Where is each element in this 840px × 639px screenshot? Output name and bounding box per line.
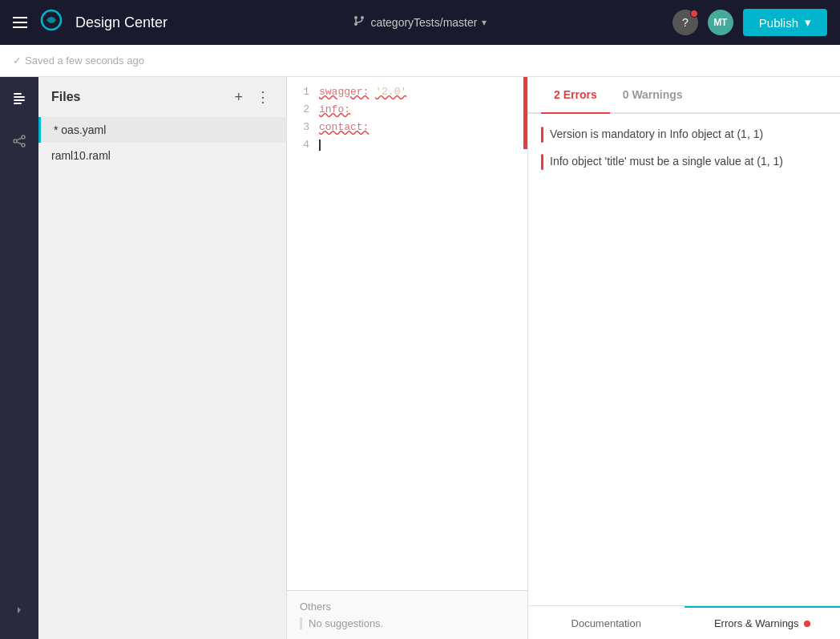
svg-point-10 xyxy=(22,135,25,139)
file-name-raml: raml10.raml xyxy=(51,149,111,162)
svg-rect-6 xyxy=(14,96,25,98)
svg-point-2 xyxy=(361,16,364,19)
svg-line-13 xyxy=(17,142,22,144)
logo-icon xyxy=(40,9,63,36)
notification-dot xyxy=(690,10,698,18)
files-title: Files xyxy=(51,90,80,104)
branch-selector[interactable]: categoryTests/master ▾ xyxy=(177,14,663,30)
publish-button[interactable]: Publish ▾ xyxy=(743,9,827,36)
line-number-2: 2 xyxy=(287,101,319,119)
branch-name: categoryTests/master xyxy=(370,16,477,29)
app-title: Design Center xyxy=(75,14,168,31)
file-item-raml[interactable]: raml10.raml xyxy=(38,143,286,168)
error-item-2: Info object 'title' must be a single val… xyxy=(541,154,827,170)
svg-point-11 xyxy=(22,144,25,147)
navbar: Design Center categoryTests/master ▾ ? M… xyxy=(0,0,840,45)
editor-area[interactable]: 1 swagger: '2.0' 2 info: 3 conta xyxy=(287,77,527,639)
svg-point-9 xyxy=(14,140,17,143)
code-value-swagger: '2.0' xyxy=(375,86,406,98)
errors-dot xyxy=(804,621,810,627)
sub-header: ✓ Saved a few seconds ago xyxy=(0,45,840,77)
help-button[interactable]: ? xyxy=(672,10,698,35)
file-panel-actions: + ⋮ xyxy=(231,87,273,107)
error-bar-left-1 xyxy=(541,127,543,143)
file-name-oas: * oas.yaml xyxy=(54,123,106,136)
publish-chevron-icon: ▾ xyxy=(805,15,811,30)
code-key-swagger: swagger: xyxy=(319,86,369,98)
code-line-2: 2 info: xyxy=(287,101,527,119)
tab-warnings[interactable]: 0 Warnings xyxy=(610,77,696,114)
file-item-oas[interactable]: * oas.yaml xyxy=(38,117,286,143)
svg-marker-14 xyxy=(18,607,21,613)
suggestions-panel: Others No suggestions. xyxy=(287,590,527,639)
line-number-3: 3 xyxy=(287,119,319,136)
line-content-1: swagger: '2.0' xyxy=(319,83,527,101)
code-line-4: 4 xyxy=(287,136,527,154)
svg-point-1 xyxy=(354,16,357,19)
error-bar-left-2 xyxy=(541,154,543,170)
check-icon: ✓ xyxy=(13,55,22,67)
code-key-info: info: xyxy=(319,103,350,115)
tab-errors[interactable]: 2 Errors xyxy=(541,77,610,114)
line-content-4 xyxy=(319,136,527,154)
sidebar-icon-graph[interactable] xyxy=(6,128,32,154)
avatar[interactable]: MT xyxy=(708,10,733,35)
svg-line-12 xyxy=(17,138,22,140)
file-list: * oas.yaml raml10.raml xyxy=(38,117,286,639)
svg-rect-5 xyxy=(14,93,22,95)
sidebar-icon-collapse[interactable] xyxy=(13,604,26,620)
bottom-tab-errors-warnings[interactable]: Errors & Warnings xyxy=(685,606,841,639)
right-panel-tabs: 2 Errors 0 Warnings xyxy=(528,77,840,114)
add-file-button[interactable]: + xyxy=(231,87,246,107)
svg-rect-7 xyxy=(14,99,25,101)
right-panel: 2 Errors 0 Warnings Version is mandatory… xyxy=(527,77,840,639)
error-item-1: Version is mandatory in Info object at (… xyxy=(541,127,827,143)
svg-rect-8 xyxy=(14,103,22,104)
suggestions-title: Others xyxy=(300,601,515,613)
code-line-3: 3 contact: xyxy=(287,119,527,136)
sidebar-icons xyxy=(0,77,38,639)
line-number-4: 4 xyxy=(287,136,319,154)
no-suggestions-text: No suggestions. xyxy=(300,617,515,629)
navbar-right: ? MT Publish ▾ xyxy=(672,9,827,36)
error-text-1: Version is mandatory in Info object at (… xyxy=(550,127,763,143)
text-cursor xyxy=(319,140,321,151)
branch-chevron-icon: ▾ xyxy=(482,17,487,28)
code-editor[interactable]: 1 swagger: '2.0' 2 info: 3 conta xyxy=(287,77,527,590)
line-content-2: info: xyxy=(319,101,527,119)
bottom-tabs: Documentation Errors & Warnings xyxy=(528,605,840,639)
bottom-tab-documentation[interactable]: Documentation xyxy=(528,606,685,639)
more-options-button[interactable]: ⋮ xyxy=(252,87,273,107)
file-panel: Files + ⋮ * oas.yaml raml10.raml xyxy=(38,77,287,639)
main-layout: Files + ⋮ * oas.yaml raml10.raml 1 swagg xyxy=(0,77,840,639)
error-text-2: Info object 'title' must be a single val… xyxy=(550,154,783,170)
line-number-1: 1 xyxy=(287,83,319,101)
line-content-3: contact: xyxy=(319,119,527,136)
branch-icon xyxy=(353,14,365,30)
file-panel-header: Files + ⋮ xyxy=(38,77,286,117)
sidebar-icon-files[interactable] xyxy=(6,87,32,112)
menu-icon[interactable] xyxy=(13,17,27,28)
right-panel-content: Version is mandatory in Info object at (… xyxy=(528,114,840,605)
code-key-contact: contact: xyxy=(319,121,369,133)
code-line-1: 1 swagger: '2.0' xyxy=(287,83,527,101)
save-status: ✓ Saved a few seconds ago xyxy=(13,55,144,67)
